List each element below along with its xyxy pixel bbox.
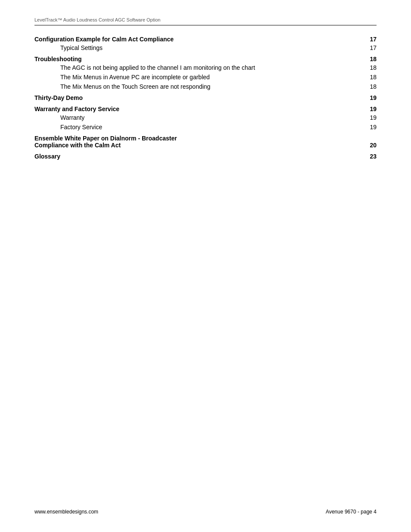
toc-page-ensemble: 20 [364, 142, 377, 149]
toc-row-warranty: Warranty and Factory Service 19 [34, 106, 377, 112]
toc-page-mix-menus-not-responding: 18 [364, 83, 377, 90]
toc-label-mix-menus-incomplete: The Mix Menus in Avenue PC are incomplet… [34, 74, 364, 81]
toc-label-troubleshooting: Troubleshooting [34, 56, 364, 62]
toc-row-agc-not-applied: The AGC is not being applied to the chan… [34, 64, 377, 71]
toc-row-typical-settings: Typical Settings 17 [34, 44, 377, 51]
toc-label-thirty-day: Thirty-Day Demo [34, 94, 364, 101]
toc-label-config: Configuration Example for Calm Act Compl… [34, 36, 364, 43]
toc-row-config: Configuration Example for Calm Act Compl… [34, 36, 377, 43]
header-divider [34, 25, 377, 25]
toc-row-thirty-day: Thirty-Day Demo 19 [34, 94, 377, 101]
toc-page-typical-settings: 17 [364, 44, 377, 51]
toc-page-glossary: 23 [364, 153, 377, 160]
toc-row-troubleshooting: Troubleshooting 18 [34, 56, 377, 62]
toc-row-mix-menus-not-responding: The Mix Menus on the Touch Screen are no… [34, 83, 377, 90]
toc-label-warranty: Warranty and Factory Service [34, 106, 364, 112]
ensemble-line1: Ensemble White Paper on Dialnorm - Broad… [34, 135, 364, 142]
page-header: LevelTrack™ Audio Loudness Control AGC S… [34, 17, 377, 25]
page-footer: www.ensembledesigns.com Avenue 9670 - pa… [34, 509, 377, 515]
toc-page-troubleshooting: 18 [364, 56, 377, 62]
toc-label-ensemble: Ensemble White Paper on Dialnorm - Broad… [34, 135, 364, 149]
toc-row-glossary: Glossary 23 [34, 153, 377, 160]
ensemble-line2: Compliance with the Calm Act [34, 142, 364, 149]
toc-row-warranty-sub: Warranty 19 [34, 114, 377, 121]
toc-label-mix-menus-not-responding: The Mix Menus on the Touch Screen are no… [34, 83, 364, 90]
toc-page-factory-service: 19 [364, 124, 377, 131]
toc-label-glossary: Glossary [34, 153, 364, 160]
toc-page-warranty: 19 [364, 106, 377, 112]
header-title: LevelTrack™ Audio Loudness Control AGC S… [34, 17, 377, 22]
footer-page-number: Avenue 9670 - page 4 [326, 509, 377, 515]
toc-page-mix-menus-incomplete: 18 [364, 74, 377, 81]
footer-website: www.ensembledesigns.com [34, 509, 98, 515]
toc-page-thirty-day: 19 [364, 94, 377, 101]
toc-page-agc-not-applied: 18 [364, 64, 377, 71]
toc-label-typical-settings: Typical Settings [34, 44, 364, 51]
toc-row-mix-menus-incomplete: The Mix Menus in Avenue PC are incomplet… [34, 74, 377, 81]
toc-page-config: 17 [364, 36, 377, 43]
toc-content: Configuration Example for Calm Act Compl… [34, 36, 377, 160]
toc-label-warranty-sub: Warranty [34, 114, 364, 121]
toc-label-factory-service: Factory Service [34, 124, 364, 131]
toc-row-ensemble: Ensemble White Paper on Dialnorm - Broad… [34, 135, 377, 149]
toc-label-agc-not-applied: The AGC is not being applied to the chan… [34, 64, 364, 71]
toc-row-factory-service: Factory Service 19 [34, 124, 377, 131]
page: LevelTrack™ Audio Loudness Control AGC S… [0, 0, 411, 532]
toc-page-warranty-sub: 19 [364, 114, 377, 121]
